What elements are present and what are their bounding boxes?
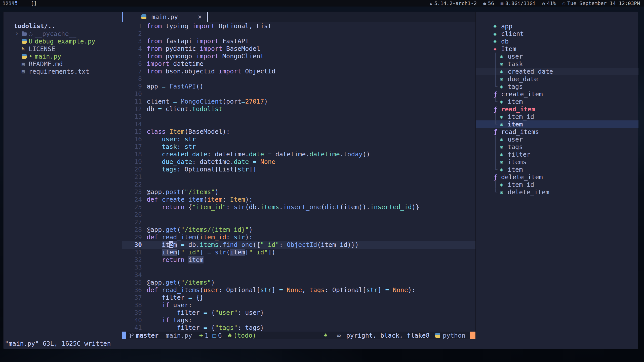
code-line[interactable]: 39 filter = {"user": user} <box>122 309 475 316</box>
code-line[interactable]: 31 item["_id"] = str(item["_id"]) <box>122 249 475 256</box>
file-item[interactable]: ▤requirements.txt <box>4 68 122 75</box>
code-line[interactable]: 29def read_item(item_id: str): <box>122 234 475 241</box>
code-line[interactable]: 14 <box>122 120 475 128</box>
outline-item[interactable]: ◉db <box>476 37 638 45</box>
outline-item[interactable]: │◉item_id <box>476 181 638 188</box>
token: FastAPI <box>169 83 196 90</box>
code-text: def read_items(user: Optional[str] = Non… <box>147 286 416 294</box>
cursor: e <box>169 241 173 248</box>
outline-item[interactable]: ◆Item <box>476 45 638 53</box>
outline-item[interactable]: │◉items <box>476 158 638 166</box>
outline-item[interactable]: ƒdelete_item <box>476 173 638 181</box>
outline-item[interactable]: │◉tags <box>476 143 638 151</box>
workspace-tag-4[interactable]: 4 <box>12 0 15 6</box>
outline-item[interactable]: └◉item <box>476 98 638 105</box>
file-item[interactable]: •main.py <box>4 53 122 60</box>
outline-item[interactable]: ◉app <box>476 22 638 30</box>
code-line[interactable]: 23@app.post("/items") <box>122 188 475 196</box>
code-line[interactable]: 33 <box>122 264 475 271</box>
outline-item[interactable]: │◉filter <box>476 151 638 158</box>
code-line[interactable]: 1from typing import Optional, List <box>122 22 475 30</box>
outline-item[interactable]: ƒcreate_item <box>476 90 638 98</box>
layout-indicator[interactable]: []= <box>31 0 40 6</box>
outline-item[interactable]: ƒread_item <box>476 105 638 113</box>
outline-item[interactable]: │◉created_date <box>476 68 638 75</box>
workspace-tag-3[interactable]: 3 <box>9 0 12 6</box>
outline-item[interactable]: └◉item <box>476 166 638 173</box>
outline-item[interactable]: ◉client <box>476 30 638 37</box>
code-line[interactable]: 27 <box>122 218 475 226</box>
workspace-tag-1[interactable]: 1 <box>3 0 6 6</box>
file-item[interactable]: ›◌__pycache__ <box>4 30 122 37</box>
code-line[interactable]: 40 if tags: <box>122 316 475 324</box>
code-line[interactable]: 37 filter = {} <box>122 294 475 301</box>
code-line[interactable]: 24def create_item(item: Item): <box>122 196 475 203</box>
tab-main-py[interactable]: main.py × <box>122 12 206 22</box>
code-line[interactable]: 5from pymongo import MongoClient <box>122 53 475 60</box>
code-line[interactable]: 17 task: str <box>122 143 475 151</box>
code-line[interactable]: 38 if user: <box>122 301 475 309</box>
token: todolist <box>192 105 222 113</box>
outline-item[interactable]: │◉user <box>476 53 638 60</box>
workspace-tag-5[interactable]: 5 <box>15 0 18 6</box>
token: ( <box>200 286 204 294</box>
scroll-position-indicator[interactable] <box>470 332 475 339</box>
token: : <box>222 196 230 203</box>
outline-item[interactable]: └◉tags <box>476 83 638 90</box>
code-area[interactable]: 1from typing import Optional, List23from… <box>122 22 475 332</box>
code-line[interactable]: 18 created_date: datetime.date = datetim… <box>122 151 475 158</box>
file-item[interactable]: ▤README.md <box>4 60 122 68</box>
code-line[interactable]: 19 due_date: datetime.date = None <box>122 158 475 166</box>
code-line[interactable]: 11client = MongoClient(port=27017) <box>122 98 475 105</box>
file-item[interactable]: §LICENSE <box>4 45 122 53</box>
code-line[interactable]: 22 <box>122 181 475 188</box>
code-line[interactable]: 12db = client.todolist <box>122 105 475 113</box>
code-line[interactable]: 8 <box>122 75 475 83</box>
outline-item[interactable]: └◉item <box>476 120 638 128</box>
line-number: 8 <box>122 75 147 83</box>
code-line[interactable]: 2 <box>122 30 475 37</box>
file-item[interactable]: Udebug_example.py <box>4 37 122 45</box>
outline-item[interactable]: │◉user <box>476 135 638 143</box>
code-line[interactable]: 36def read_items(user: Optional[str] = N… <box>122 286 475 294</box>
code-text: def read_item(item_id: str): <box>147 234 253 241</box>
code-line[interactable]: 41 filter = {"tags": tags} <box>122 324 475 332</box>
outline-item[interactable]: │◉item_id <box>476 113 638 120</box>
token: = <box>241 98 245 105</box>
code-line[interactable]: 9app = FastAPI() <box>122 83 475 90</box>
statusline-right: ♠ ∞ pyright, black, flake8 python <box>324 332 475 339</box>
code-line[interactable]: 25 return {"item_id": str(db.items.inser… <box>122 203 475 211</box>
code-line[interactable]: 7from bson.objectid import ObjectId <box>122 68 475 75</box>
explorer-root[interactable]: todolist/.. <box>4 22 122 30</box>
code-line[interactable]: 30 item = db.items.find_one({"_id": Obje… <box>122 241 475 249</box>
outline-item[interactable]: │◉task <box>476 60 638 68</box>
code-line[interactable]: 10 <box>122 90 475 98</box>
code-line[interactable]: 32 return item <box>122 256 475 264</box>
code-line[interactable]: 6import datetime <box>122 60 475 68</box>
code-line[interactable]: 13 <box>122 113 475 120</box>
code-line[interactable]: 35@app.get("/items") <box>122 279 475 286</box>
code-line[interactable]: 4from pydantic import BaseModel <box>122 45 475 53</box>
token: { <box>207 309 215 316</box>
code-text: from pymongo import MongoClient <box>147 53 264 60</box>
outline-item[interactable]: └◉delete_item <box>476 188 638 196</box>
code-line[interactable]: 3from fastapi import FastAPI <box>122 37 475 45</box>
code-line[interactable]: 20 tags: Optional[List[str]] <box>122 166 475 173</box>
token: m <box>173 241 177 248</box>
code-text: class Item(BaseModel): <box>147 128 230 135</box>
workspace-tag-2[interactable]: 2 <box>6 0 9 6</box>
bar-status-item: ◷Tue September 14 12:03PM <box>562 0 640 6</box>
outline-item[interactable]: │◉due_date <box>476 75 638 83</box>
code-line[interactable]: 28@app.get("/items/{item_id}") <box>122 226 475 234</box>
code-line[interactable]: 16 user: str <box>122 135 475 143</box>
chevron-right-icon: › <box>15 30 22 37</box>
code-line[interactable]: 26 <box>122 211 475 218</box>
code-text: created_date: datetime.date = datetime.d… <box>147 151 370 158</box>
outline-item[interactable]: ƒread_items <box>476 128 638 135</box>
token <box>158 196 162 203</box>
code-line[interactable]: 21 <box>122 173 475 181</box>
line-number: 31 <box>122 249 147 256</box>
close-icon[interactable]: × <box>198 13 202 21</box>
code-line[interactable]: 34 <box>122 271 475 279</box>
code-line[interactable]: 15class Item(BaseModel): <box>122 128 475 135</box>
